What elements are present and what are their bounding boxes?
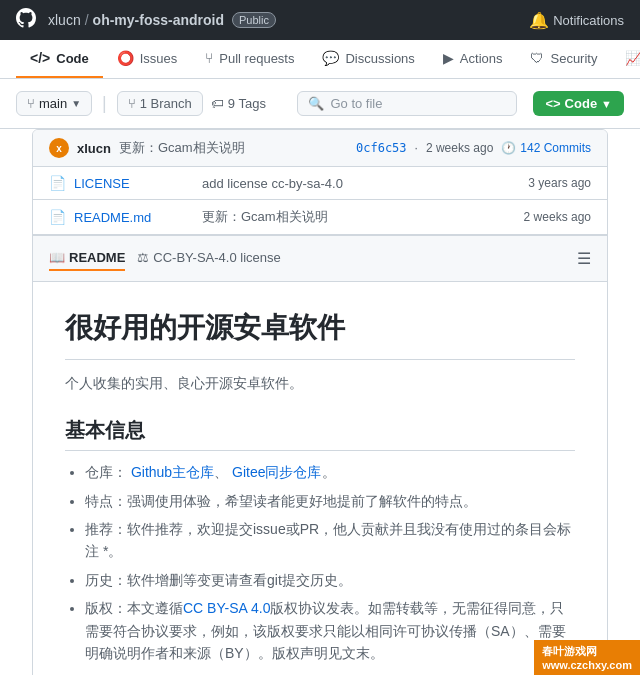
tab-pull-requests[interactable]: ⑂ Pull requests: [191, 40, 308, 78]
section1-title: 基本信息: [65, 414, 575, 451]
repo-toolbar: ⑂ main ▼ | ⑂ 1 Branch 🏷 9 Tags 🔍 Go to f…: [0, 79, 640, 129]
github-logo-icon: [16, 8, 36, 33]
goto-file-search[interactable]: 🔍 Go to file: [297, 91, 517, 116]
tag-icon: 🏷: [211, 96, 224, 111]
table-row: 📄 LICENSE add license cc-by-sa-4.0 3 yea…: [33, 167, 607, 200]
file-name-license[interactable]: LICENSE: [74, 176, 194, 191]
tab-issues[interactable]: ⭕ Issues: [103, 40, 192, 78]
files-section: x xlucn 更新：Gcam相关说明 0cf6c53 · 2 weeks ag…: [32, 129, 608, 675]
readme-section: 📖 README ⚖ CC-BY-SA-4.0 license ☰ 很好用的开源…: [33, 235, 607, 675]
code-dropdown-icon: ▼: [601, 98, 612, 110]
search-placeholder: Go to file: [330, 96, 382, 111]
avatar: x: [49, 138, 69, 158]
file-name-readme[interactable]: README.md: [74, 210, 194, 225]
chevron-down-icon: ▼: [71, 98, 81, 109]
tab-insights[interactable]: 📈 Insights: [611, 40, 640, 78]
actions-icon: ▶: [443, 50, 454, 66]
commit-time: 2 weeks ago: [426, 141, 493, 155]
visibility-badge: Public: [232, 12, 276, 28]
commit-message: 更新：Gcam相关说明: [119, 139, 348, 157]
code-label: Code: [565, 96, 598, 111]
watermark: 春叶游戏网www.czchxy.com: [534, 640, 640, 675]
branches-count: 1 Branch: [140, 96, 192, 111]
tab-actions[interactable]: ▶ Actions: [429, 40, 517, 78]
list-item: 历史：软件增删等变更请查看git提交历史。: [85, 569, 575, 591]
code-button[interactable]: <> Code ▼: [533, 91, 624, 116]
branch-icon: ⑂: [27, 96, 35, 111]
history-icon: 🕐: [501, 141, 516, 155]
list-item: 推荐：软件推荐，欢迎提交issue或PR，他人贡献并且我没有使用过的条目会标注 …: [85, 518, 575, 563]
nav-tabs: </> Code ⭕ Issues ⑂ Pull requests 💬 Disc…: [0, 40, 640, 79]
table-row: 📄 README.md 更新：Gcam相关说明 2 weeks ago: [33, 200, 607, 235]
list-item: 版权：本文遵循CC BY-SA 4.0版权协议发表。如需转载等，无需征得同意，只…: [85, 597, 575, 664]
readme-intro: 个人收集的实用、良心开源安卓软件。: [65, 372, 575, 394]
pull-request-icon: ⑂: [205, 50, 213, 66]
list-item: 仓库： Github主仓库、 Gitee同步仓库。: [85, 461, 575, 483]
readme-icon: 📖: [49, 250, 65, 265]
file-commit-time: 3 years ago: [528, 176, 591, 190]
tab-security[interactable]: 🛡 Security: [516, 40, 611, 78]
file-commit-msg: 更新：Gcam相关说明: [202, 208, 516, 226]
insights-icon: 📈: [625, 50, 640, 66]
file-icon: 📄: [49, 209, 66, 225]
readme-header: 📖 README ⚖ CC-BY-SA-4.0 license ☰: [33, 236, 607, 282]
branches-button[interactable]: ⑂ 1 Branch: [117, 91, 203, 116]
file-commit-time: 2 weeks ago: [524, 210, 591, 224]
readme-heading: 很好用的开源安卓软件: [65, 306, 575, 360]
bell-icon[interactable]: 🔔: [529, 11, 549, 30]
topbar-right: 🔔 Notifications: [529, 11, 624, 30]
branch-divider: |: [102, 93, 107, 114]
branch-name: main: [39, 96, 67, 111]
topbar: xlucn / oh-my-foss-android Public 🔔 Noti…: [0, 0, 640, 40]
branches-icon: ⑂: [128, 96, 136, 111]
commit-hash[interactable]: 0cf6c53: [356, 141, 407, 155]
readme-content: 很好用的开源安卓软件 个人收集的实用、良心开源安卓软件。 基本信息 仓库： Gi…: [33, 282, 607, 675]
gitee-repo-link[interactable]: Gitee同步仓库: [232, 464, 321, 480]
files-section-wrapper: x xlucn 更新：Gcam相关说明 0cf6c53 · 2 weeks ag…: [0, 129, 640, 675]
code-arrow-icon: <>: [545, 96, 560, 111]
commit-author: xlucn: [77, 141, 111, 156]
code-icon: </>: [30, 50, 50, 66]
tab-discussions[interactable]: 💬 Discussions: [308, 40, 428, 78]
issues-icon: ⭕: [117, 50, 134, 66]
breadcrumb: xlucn / oh-my-foss-android Public: [48, 12, 276, 28]
file-icon: 📄: [49, 175, 66, 191]
tab-code[interactable]: </> Code: [16, 40, 103, 78]
tab-readme[interactable]: 📖 README: [49, 246, 125, 271]
commit-history-button[interactable]: 🕐 142 Commits: [501, 141, 591, 155]
security-icon: 🛡: [530, 50, 544, 66]
license-link[interactable]: CC BY-SA 4.0: [183, 600, 270, 616]
notification-label[interactable]: Notifications: [553, 13, 624, 28]
user-link[interactable]: xlucn: [48, 12, 81, 28]
commit-bar: x xlucn 更新：Gcam相关说明 0cf6c53 · 2 weeks ag…: [33, 130, 607, 167]
tab-license[interactable]: ⚖ CC-BY-SA-4.0 license: [137, 246, 280, 271]
discussions-icon: 💬: [322, 50, 339, 66]
branch-selector[interactable]: ⑂ main ▼: [16, 91, 92, 116]
tags-button[interactable]: 🏷 9 Tags: [211, 96, 266, 111]
file-commit-msg: add license cc-by-sa-4.0: [202, 176, 520, 191]
license-icon: ⚖: [137, 250, 149, 265]
list-icon[interactable]: ☰: [577, 249, 591, 268]
section1-list: 仓库： Github主仓库、 Gitee同步仓库。 特点：强调使用体验，希望读者…: [65, 461, 575, 664]
github-repo-link[interactable]: Github主仓库: [131, 464, 214, 480]
tags-count: 9 Tags: [228, 96, 266, 111]
list-item: 特点：强调使用体验，希望读者能更好地提前了解软件的特点。: [85, 490, 575, 512]
repo-name[interactable]: oh-my-foss-android: [93, 12, 224, 28]
commit-separator: ·: [415, 141, 418, 155]
commit-count: 142 Commits: [520, 141, 591, 155]
search-icon: 🔍: [308, 96, 324, 111]
